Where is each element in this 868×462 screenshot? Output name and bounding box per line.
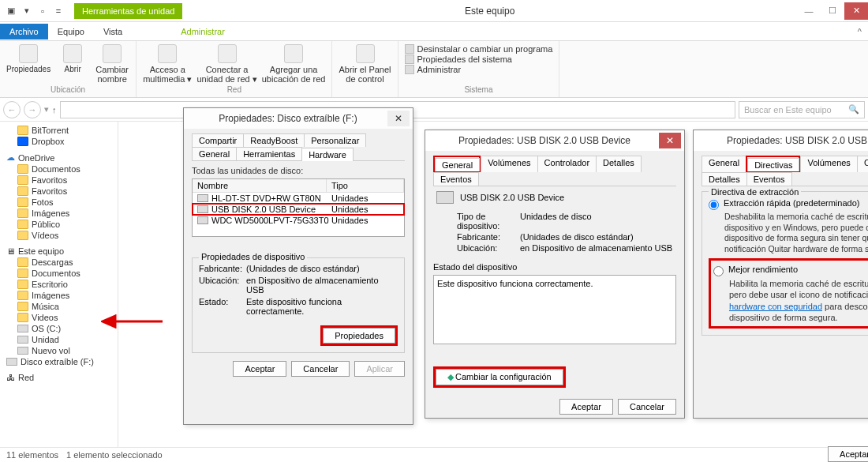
tab-general[interactable]: General (702, 156, 746, 172)
sidebar-item-label[interactable]: Música (32, 302, 59, 311)
ribbon-group-label: Red (143, 85, 325, 94)
nav-tree[interactable]: BitTorrent Dropbox ☁OneDrive Documentos … (0, 122, 118, 447)
list-item-selected[interactable]: USB DISK 2.0 USB DeviceUnidades (193, 204, 404, 215)
status-label: Estado del dispositivo (433, 262, 676, 272)
tab-compartir[interactable]: Compartir (192, 133, 244, 147)
status-textarea[interactable]: Este dispositivo funciona correctamente. (433, 275, 676, 344)
shield-icon: ◆ (447, 372, 454, 381)
dialog-close-button[interactable]: ✕ (387, 111, 410, 126)
nav-bar: ← → ▾ ↑ Buscar en Este equipo🔍 (0, 98, 868, 122)
sidebar-onedrive[interactable]: OneDrive (18, 153, 54, 163)
search-icon: 🔍 (848, 104, 859, 115)
ribbon-map-drive-button[interactable]: Conectar aunidad de red ▾ (196, 44, 256, 84)
network-icon: 🖧 (6, 373, 15, 382)
cancel-button[interactable]: Cancelar (291, 361, 350, 377)
sidebar-item-label[interactable]: Dropbox (32, 137, 65, 146)
search-input[interactable]: Buscar en Este equipo🔍 (739, 101, 865, 118)
nav-up-button[interactable]: ↑ (52, 105, 57, 115)
collapse-ribbon-icon[interactable]: ^ (858, 27, 862, 36)
status-selection-count: 1 elemento seleccionado (66, 450, 163, 460)
cancel-button[interactable]: Cancelar (618, 399, 676, 415)
tab-eventos[interactable]: Eventos (746, 172, 792, 186)
qat-icon[interactable]: ▾ (21, 5, 33, 17)
ribbon-uninstall-link[interactable]: Desinstalar o cambiar un programa (405, 44, 553, 54)
device-properties-button[interactable]: Propiedades (323, 328, 395, 344)
sidebar-item-label[interactable]: Documentos (32, 269, 80, 278)
sidebar-item-label[interactable]: Público (32, 220, 60, 229)
ribbon-properties-button[interactable]: Propiedades (6, 44, 51, 84)
tab-detalles[interactable]: Detalles (702, 172, 747, 186)
change-settings-button[interactable]: ◆Cambiar la configuración (436, 369, 563, 385)
ribbon-sysprops-link[interactable]: Propiedades del sistema (405, 54, 553, 64)
tab-volumenes[interactable]: Volúmenes (481, 156, 537, 172)
tab-volumenes[interactable]: Volúmenes (800, 156, 857, 172)
ribbon-control-panel-button[interactable]: Abrir el Panelde control (339, 44, 391, 84)
apply-button[interactable]: Aplicar (354, 361, 405, 377)
nav-history-button[interactable]: ▾ (44, 104, 49, 115)
dialog-device-policies: Propiedades: USB DISK 2.0 USB Device✕ Ge… (693, 130, 868, 419)
tab-vista[interactable]: Vista (94, 24, 132, 39)
drives-list[interactable]: NombreTipo HL-DT-ST DVD+RW GT80NUnidades… (192, 178, 405, 237)
sidebar-item-label[interactable]: Descargas (32, 257, 73, 267)
tab-administrar[interactable]: Administrar (171, 24, 234, 39)
sidebar-item-label[interactable]: Favoritos (32, 175, 67, 185)
tab-detalles[interactable]: Detalles (596, 156, 642, 172)
sidebar-item-label[interactable]: Nuevo vol (32, 346, 70, 355)
ribbon-tabs: Archivo Equipo Vista Administrar ^ (0, 22, 868, 41)
tab-equipo[interactable]: Equipo (48, 24, 94, 39)
sidebar-item-label[interactable]: Imágenes (32, 291, 69, 300)
ribbon-add-location-button[interactable]: Agregar unaubicación de red (262, 44, 326, 84)
sidebar-item-label[interactable]: Imágenes (32, 208, 69, 218)
sidebar-item-label[interactable]: BitTorrent (32, 126, 69, 135)
tab-general[interactable]: General (435, 158, 480, 171)
radio-quick-removal[interactable]: Extracción rápida (predeterminado) (709, 198, 868, 210)
sidebar-item-label[interactable]: Unidad (32, 335, 59, 344)
tab-personalizar[interactable]: Personalizar (304, 133, 366, 147)
sidebar-item-label[interactable]: Fotos (32, 197, 54, 207)
sidebar-item-label[interactable]: Vídeos (32, 231, 58, 240)
ribbon-open-button[interactable]: Abrir (55, 44, 90, 84)
sidebar-network[interactable]: Red (18, 373, 34, 382)
tab-directivas[interactable]: Directivas (747, 158, 799, 171)
ribbon-rename-button[interactable]: Cambiarnombre (95, 44, 129, 84)
tab-controlador[interactable]: Controlador (857, 156, 868, 172)
sidebar-removable-disk[interactable]: Disco extraíble (F:) (21, 357, 94, 366)
qat-icon[interactable]: ▣ (5, 5, 17, 17)
sidebar-item-label[interactable]: Videos (32, 313, 58, 322)
sidebar-item-label[interactable]: Favoritos (32, 186, 67, 196)
sidebar-item-label[interactable]: Escritorio (32, 280, 68, 289)
ribbon-manage-link[interactable]: Administrar (405, 65, 553, 74)
dialog-title: Propiedades: USB DISK 2.0 USB Device (698, 135, 868, 146)
sidebar-item-label[interactable]: Documentos (32, 164, 80, 174)
ribbon-group-label: Sistema (405, 85, 553, 94)
ok-button[interactable]: Aceptar (559, 399, 613, 415)
tab-readyboost[interactable]: ReadyBoost (243, 133, 305, 147)
maximize-button[interactable]: ☐ (821, 2, 844, 20)
sidebar-this-pc[interactable]: Este equipo (18, 246, 64, 256)
tab-general[interactable]: General (192, 147, 237, 160)
nav-forward-button[interactable]: → (24, 101, 41, 118)
radio-better-performance[interactable]: Mejor rendimiento (713, 265, 868, 276)
tab-herramientas[interactable]: Herramientas (236, 147, 302, 160)
list-item[interactable]: WDC WD5000LPVT-75G33T0Unidades (193, 215, 404, 226)
tab-eventos[interactable]: Eventos (433, 172, 479, 186)
ribbon: Propiedades Abrir Cambiarnombre Ubicació… (0, 41, 868, 98)
ok-button[interactable]: Aceptar (828, 446, 868, 462)
nav-back-button[interactable]: ← (3, 101, 21, 118)
qat-icon[interactable]: ▫ (36, 5, 49, 17)
qat-icon[interactable]: = (52, 5, 65, 17)
minimize-button[interactable]: — (797, 2, 821, 20)
dialog-title: Propiedades: USB DISK 2.0 USB Device (430, 135, 659, 146)
groupbox-legend: Directiva de extracción (709, 187, 801, 197)
ok-button[interactable]: Aceptar (233, 361, 286, 377)
sidebar-item-label[interactable]: OS (C:) (32, 324, 61, 333)
dialog-close-button[interactable]: ✕ (659, 133, 681, 148)
ribbon-media-button[interactable]: Acceso amultimedia ▾ (143, 44, 192, 84)
tab-hardware[interactable]: Hardware (301, 148, 354, 161)
groupbox-legend: Propiedades de dispositivo (199, 252, 307, 261)
list-item[interactable]: HL-DT-ST DVD+RW GT80NUnidades (193, 193, 404, 204)
close-button[interactable]: ✕ (844, 2, 868, 20)
tab-controlador[interactable]: Controlador (537, 156, 597, 172)
title-bar: ▣ ▾ ▫ = Herramientas de unidad Este equi… (0, 0, 868, 22)
tab-file[interactable]: Archivo (0, 24, 48, 39)
